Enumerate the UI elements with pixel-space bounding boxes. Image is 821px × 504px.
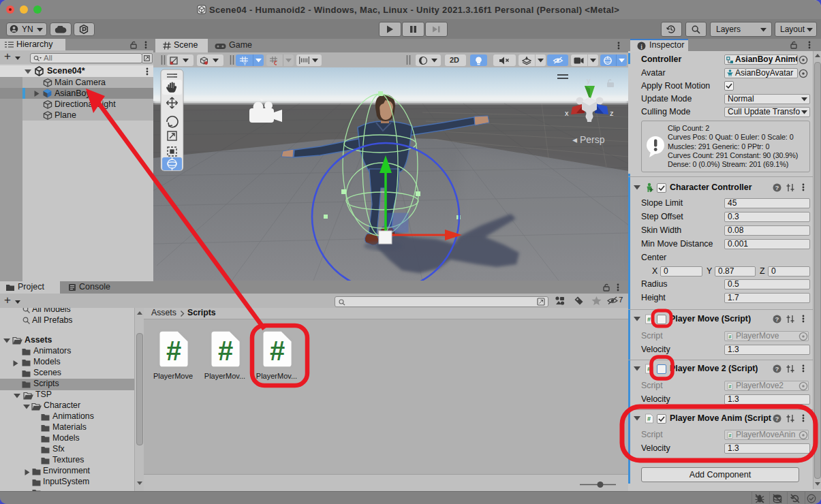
svg-text:?: ? <box>775 365 779 373</box>
svg-text:#: # <box>729 384 732 389</box>
svg-text:y: y <box>587 76 591 84</box>
svg-text:i: i <box>640 44 642 50</box>
svg-text:#: # <box>647 366 651 373</box>
svg-text:#: # <box>729 433 732 438</box>
svg-text:#: # <box>729 334 732 339</box>
svg-text:Y: Y <box>243 61 247 65</box>
svg-text:x: x <box>565 109 569 117</box>
svg-text:?: ? <box>775 315 779 323</box>
svg-text:z: z <box>610 109 614 117</box>
svg-text:#: # <box>218 336 233 366</box>
svg-text:?: ? <box>775 184 779 191</box>
svg-text:#: # <box>166 336 181 366</box>
svg-text:◂ Persp: ◂ Persp <box>572 134 605 145</box>
svg-text:#: # <box>647 316 651 323</box>
svg-text:#: # <box>647 415 651 422</box>
svg-text:#: # <box>270 336 285 366</box>
svg-text:?: ? <box>775 415 779 422</box>
